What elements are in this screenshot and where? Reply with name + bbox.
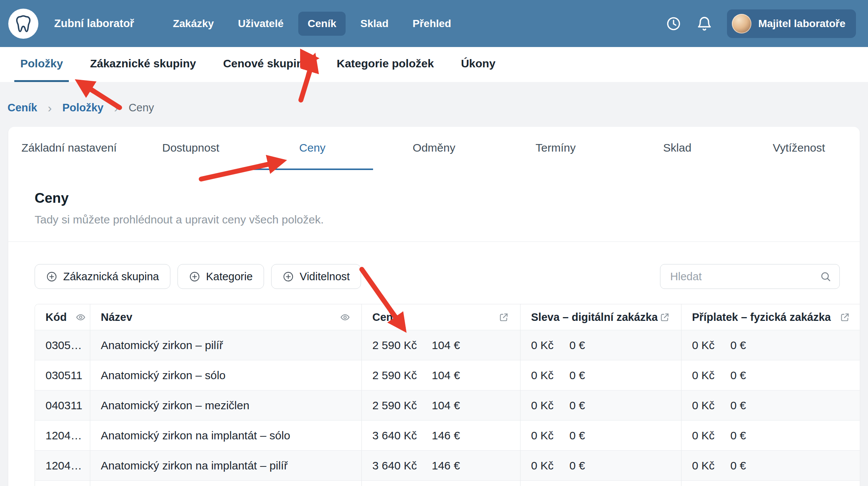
cell-surcharge: 0 Kč 0 € [681, 390, 860, 420]
discount-eur: 0 € [569, 429, 585, 442]
filter-button-label: Kategorie [206, 270, 253, 283]
cell-discount: 0 Kč 0 € [520, 451, 681, 480]
app-title: Zubní laboratoř [54, 17, 134, 30]
filter-button[interactable]: Kategorie [178, 264, 264, 289]
external-link-icon[interactable] [840, 312, 850, 322]
breadcrumb-item: Ceník › [8, 102, 62, 114]
surcharge-eur: 0 € [730, 429, 746, 442]
nav-item[interactable]: Ceník [298, 12, 346, 36]
breadcrumb-link[interactable]: Ceník [8, 102, 37, 114]
cell-code: 1204… [35, 451, 90, 480]
subnav-tab[interactable]: Zákaznické skupiny [84, 47, 202, 82]
cell-code: 030511 [35, 360, 90, 390]
cell-code: 0305… [35, 330, 90, 360]
detail-tab[interactable]: Dostupnost [130, 127, 251, 170]
table-row[interactable]: 0305… Anatomický zirkon – pilíř 2 590 Kč… [35, 330, 860, 360]
page-title: Ceny [35, 190, 833, 206]
nav-item[interactable]: Sklad [351, 12, 398, 36]
cell-price: 2 590 Kč 104 € [362, 360, 520, 390]
item-detail-card: Základní nastavení Dostupnost Ceny Odměn… [8, 127, 860, 486]
nav-item[interactable]: Uživatelé [229, 12, 293, 36]
surcharge-czk: 0 Kč [692, 369, 730, 382]
cell-name: Anatomický zirkon – sólo [90, 360, 362, 390]
discount-eur: 0 € [569, 399, 585, 412]
eye-icon[interactable] [76, 312, 86, 322]
surcharge-czk: 0 Kč [692, 399, 730, 412]
filter-buttons: Zákaznická skupina Kategorie Viditelnost [35, 264, 361, 289]
plus-circle-icon [189, 271, 200, 282]
subnav-tab[interactable]: Úkony [455, 47, 502, 82]
filter-button-label: Zákaznická skupina [63, 270, 159, 283]
plus-circle-icon [282, 271, 294, 282]
breadcrumb-item: Položky › [62, 102, 129, 114]
cell-discount: 0 Kč 0 € [520, 360, 681, 390]
external-link-icon[interactable] [660, 312, 670, 322]
breadcrumb-item: Ceny › [129, 102, 154, 114]
app-logo[interactable] [8, 9, 38, 39]
price-czk: 2 590 Kč [372, 339, 432, 352]
detail-tab[interactable]: Základní nastavení [8, 127, 130, 170]
price-czk: 3 640 Kč [372, 429, 432, 442]
discount-czk: 0 Kč [531, 459, 569, 472]
search-box [660, 264, 840, 289]
breadcrumb-link[interactable]: Položky [62, 102, 104, 114]
detail-tab[interactable]: Odměny [373, 127, 495, 170]
discount-eur: 0 € [569, 459, 585, 472]
cell-name: Anatomický zirkon – pilíř [90, 330, 362, 360]
prices-table-wrap: Kód Název Cena [35, 304, 860, 486]
breadcrumb: Ceník › Položky › Ceny › [0, 82, 868, 127]
table-controls: Zákaznická skupina Kategorie Viditelnost [8, 242, 860, 289]
detail-tab[interactable]: Vytíženost [738, 127, 860, 170]
price-czk: 2 590 Kč [372, 369, 432, 382]
surcharge-czk: 0 Kč [692, 429, 730, 442]
external-link-icon[interactable] [499, 312, 509, 322]
page-subtitle: Tady si můžete prohlédnout a upravit cen… [35, 213, 833, 226]
col-header-name: Název [90, 304, 362, 330]
notifications-bell-icon[interactable] [696, 15, 713, 32]
filter-button[interactable]: Viditelnost [271, 264, 361, 289]
filter-button-label: Viditelnost [300, 270, 350, 283]
discount-eur: 0 € [569, 369, 585, 382]
filter-button[interactable]: Zákaznická skupina [35, 264, 170, 289]
detail-tab[interactable]: Ceny [252, 127, 373, 170]
table-row[interactable]: 040311 Anatomický zirkon – mezičlen 2 59… [35, 390, 860, 420]
tooth-icon [14, 14, 33, 33]
detail-tab[interactable]: Termíny [495, 127, 616, 170]
cell-price: 3 640 Kč 146 € [362, 421, 520, 450]
prices-table: Kód Název Cena [35, 304, 860, 486]
cell-surcharge: 0 Kč 0 € [681, 360, 860, 390]
surcharge-eur: 0 € [730, 399, 746, 412]
eye-icon[interactable] [340, 312, 350, 322]
discount-czk: 0 Kč [531, 369, 569, 382]
surcharge-czk: 0 Kč [692, 339, 730, 352]
subnav-tab[interactable]: Kategorie položek [331, 47, 440, 82]
history-clock-icon[interactable] [665, 15, 682, 32]
plus-circle-icon [46, 271, 58, 282]
table-row[interactable]: 1204… Anatomický zirkon na implantát – p… [35, 450, 860, 480]
nav-item[interactable]: Zakázky [164, 12, 223, 36]
subnav-tab[interactable]: Cenové skupiny [217, 47, 316, 82]
price-eur: 104 € [432, 339, 460, 352]
cell-surcharge: 0 Kč 0 € [681, 451, 860, 480]
section-header: Ceny Tady si můžete prohlédnout a upravi… [8, 170, 860, 226]
table-row[interactable]: 1204… Anatomický zirkon na implantát – s… [35, 420, 860, 450]
cell-price: 2 590 Kč 104 € [362, 330, 520, 360]
col-header-surcharge: Příplatek – fyzická zakázka [681, 304, 860, 330]
subnav-tab[interactable]: Položky [14, 47, 69, 82]
table-row[interactable]: 030511 Anatomický zirkon – sólo 2 590 Kč… [35, 360, 860, 390]
cell-surcharge: 0 Kč 0 € [681, 421, 860, 450]
item-detail-tabs: Základní nastavení Dostupnost Ceny Odměn… [8, 127, 860, 170]
search-icon [820, 271, 831, 282]
user-menu[interactable]: Majitel laboratoře [727, 9, 856, 38]
search-input[interactable] [670, 270, 820, 283]
price-czk: 2 590 Kč [372, 399, 432, 412]
cell-discount: 0 Kč 0 € [520, 421, 681, 450]
chevron-right-icon: › [114, 102, 118, 114]
navbar-right: Majitel laboratoře [665, 9, 856, 38]
cell-price: 2 590 Kč 104 € [362, 390, 520, 420]
nav-item[interactable]: Přehled [403, 12, 461, 36]
detail-tab[interactable]: Sklad [616, 127, 738, 170]
cell-name: Anatomický zirkon na implantát – sólo [90, 421, 362, 450]
breadcrumb-link[interactable]: Ceny [129, 102, 154, 114]
surcharge-eur: 0 € [730, 339, 746, 352]
